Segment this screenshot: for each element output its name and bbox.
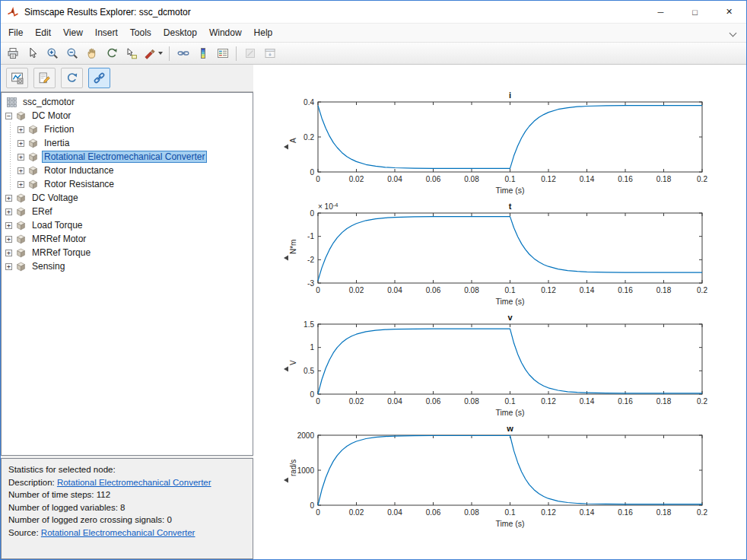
menu-item-insert[interactable]: Insert (89, 24, 124, 43)
tree-item-friction[interactable]: +Friction (2, 123, 253, 136)
tree-item-rotor-inductance[interactable]: +Rotor Inductance (2, 164, 253, 177)
y-axis-unit-label: V (289, 360, 297, 365)
svg-text:0.12: 0.12 (541, 508, 556, 517)
legend-button[interactable] (213, 44, 232, 62)
stats-row: Number of logged zero crossing signals: … (8, 514, 246, 527)
print-button[interactable] (3, 44, 22, 62)
rotate-3d-button[interactable] (102, 44, 121, 62)
expand-toggle[interactable]: + (5, 263, 12, 270)
svg-text:-1: -1 (307, 232, 314, 240)
menu-item-desktop[interactable]: Desktop (157, 24, 203, 43)
colorbar-button[interactable] (193, 44, 212, 62)
tree-item-mrref-torque[interactable]: +MRRef Torque (2, 246, 253, 259)
brush-button[interactable] (141, 44, 165, 62)
plot-box (318, 324, 702, 394)
svg-text:0.4: 0.4 (304, 98, 314, 107)
tree-item-rotational-electromechanical-converter[interactable]: +Rotational Electromechanical Converter (2, 150, 253, 164)
menu-item-view[interactable]: View (57, 24, 89, 43)
svg-text:1.5: 1.5 (304, 320, 314, 329)
plot-config-button[interactable] (6, 68, 28, 88)
expand-toggle[interactable]: + (17, 154, 24, 161)
menu-item-tools[interactable]: Tools (124, 24, 157, 43)
tree-item-inertia[interactable]: +Inertia (2, 136, 253, 150)
y-unit-arrow-icon[interactable] (284, 367, 288, 372)
stats-row: Number of logged variables: 8 (8, 501, 246, 514)
tree-item-eref[interactable]: +ERef (2, 205, 253, 218)
chart-v[interactable]: 00.020.040.060.080.10.120.140.160.180.20… (253, 311, 746, 422)
expand-toggle[interactable]: + (17, 140, 24, 147)
tree-item-label: Sensing (30, 260, 67, 272)
expand-toggle[interactable]: + (17, 167, 24, 174)
y-unit-arrow-icon[interactable] (284, 145, 288, 150)
y-unit-arrow-icon[interactable] (284, 256, 288, 261)
expand-toggle[interactable]: + (5, 236, 12, 243)
link-button[interactable] (88, 68, 110, 88)
tree-item-dc-motor[interactable]: −DC Motor (2, 109, 253, 123)
tree-item-sensing[interactable]: +Sensing (2, 259, 253, 273)
tree-item-label: DC Voltage (30, 192, 81, 204)
svg-text:0: 0 (310, 501, 314, 510)
close-button[interactable]: ✕ (712, 1, 746, 23)
stats-link[interactable]: Rotational Electromechanical Converter (41, 528, 195, 537)
svg-text:0.18: 0.18 (656, 397, 672, 406)
tree-item-dc-voltage[interactable]: +DC Voltage (2, 191, 253, 205)
chart-w[interactable]: 00.020.040.060.080.10.120.140.160.180.20… (253, 422, 746, 533)
data-cursor-button[interactable] (122, 44, 141, 62)
svg-text:0.18: 0.18 (656, 175, 672, 183)
cube-icon (27, 151, 39, 163)
menu-item-window[interactable]: Window (203, 24, 248, 43)
svg-text:0.02: 0.02 (349, 508, 364, 517)
svg-text:0.06: 0.06 (426, 286, 441, 294)
expand-toggle[interactable]: + (5, 195, 12, 202)
tree-item-mrref-motor[interactable]: +MRRef Motor (2, 232, 253, 246)
tree-indent-guide (5, 123, 17, 136)
explorer-toolbar (1, 65, 253, 92)
expand-toggle[interactable]: + (17, 181, 24, 188)
plot-box (318, 435, 702, 505)
stats-rows: Description: Rotational Electromechanica… (8, 476, 246, 539)
zoom-out-button[interactable] (62, 44, 81, 62)
svg-text:0.1: 0.1 (505, 508, 516, 517)
edit-plot-button[interactable] (33, 68, 56, 88)
tree-item-label: Rotational Electromechanical Converter (42, 151, 207, 163)
y-unit-arrow-icon[interactable] (284, 478, 288, 483)
menubar-collapse-chevron-icon[interactable] (730, 29, 737, 37)
stats-link[interactable]: Rotational Electromechanical Converter (57, 478, 211, 487)
stats-row: Number of time steps: 112 (8, 488, 246, 501)
dock-figure-button (260, 44, 279, 62)
cube-icon (15, 247, 27, 259)
svg-text:0.16: 0.16 (618, 175, 633, 183)
pointer-button[interactable] (23, 44, 42, 62)
svg-text:0.16: 0.16 (618, 286, 633, 294)
stats-row-label: Number of logged zero crossing signals: (8, 515, 167, 524)
menu-item-file[interactable]: File (2, 24, 29, 43)
expand-toggle[interactable]: + (17, 126, 24, 133)
chart-t[interactable]: 00.020.040.060.080.10.120.140.160.180.2-… (253, 200, 746, 311)
expand-toggle[interactable]: + (5, 250, 12, 256)
y-axis-exponent-label: × 10-4 (318, 202, 338, 212)
link-plot-button[interactable] (173, 44, 192, 62)
cube-icon (15, 206, 27, 218)
menu-item-help[interactable]: Help (248, 24, 279, 43)
stats-row-value: 8 (120, 503, 125, 512)
expand-toggle[interactable]: + (5, 208, 12, 215)
tree-item-ssc-dcmotor[interactable]: ssc_dcmotor (2, 95, 253, 109)
maximize-button[interactable]: □ (678, 1, 712, 23)
colorbar-icon (197, 47, 209, 59)
expand-toggle[interactable]: + (5, 222, 12, 229)
stats-row-label: Number of time steps: (8, 490, 97, 499)
pan-button[interactable] (82, 44, 101, 62)
chart-i[interactable]: 00.020.040.060.080.10.120.140.160.180.20… (253, 89, 746, 200)
tree-item-label: Rotor Inductance (42, 164, 116, 177)
cube-icon (27, 138, 39, 149)
minimize-button[interactable]: ─ (644, 1, 678, 23)
tree-item-label: ERef (30, 205, 55, 218)
tree-item-rotor-resistance[interactable]: +Rotor Resistance (2, 177, 253, 191)
menu-item-edit[interactable]: Edit (29, 24, 57, 43)
zoom-in-button[interactable] (43, 44, 62, 62)
y-axis-unit-label: A (289, 138, 297, 143)
cube-icon (27, 165, 39, 177)
reload-button[interactable] (61, 68, 83, 88)
collapse-toggle[interactable]: − (5, 113, 12, 119)
tree-item-load-torque[interactable]: +Load Torque (2, 218, 253, 232)
